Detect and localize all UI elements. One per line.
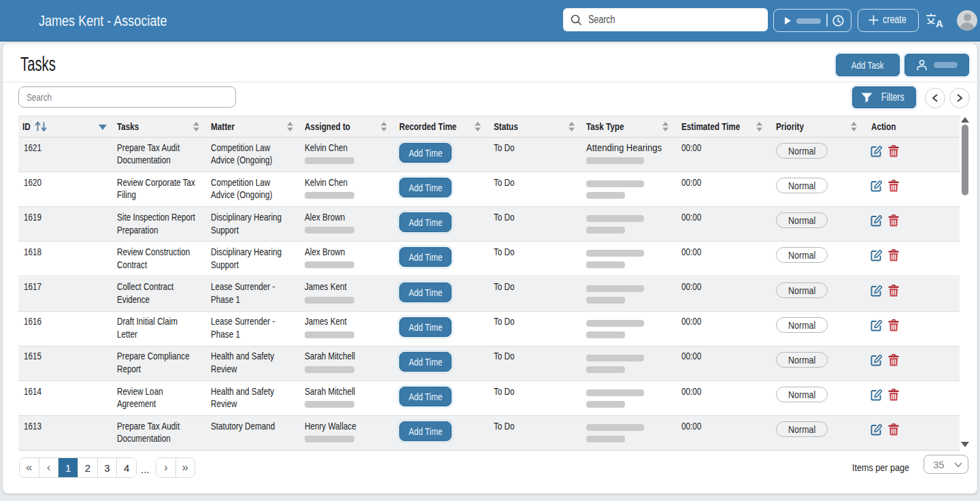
svg-text:A: A bbox=[936, 18, 943, 28]
